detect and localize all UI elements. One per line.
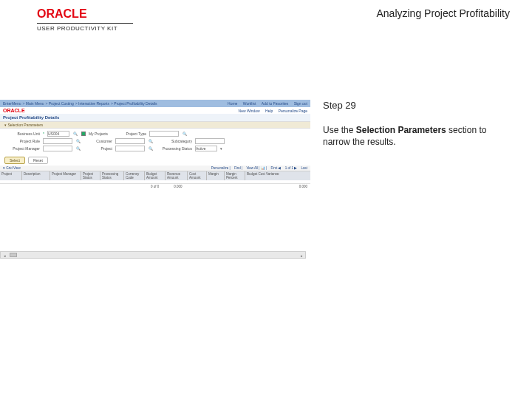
grid-toolbar: ▾ Grid View Personalize | Find | View Al… [0,166,310,171]
label-project-role: Project Role [4,139,40,143]
breadcrumb-item[interactable]: Main Menu [26,101,44,106]
link-help[interactable]: Help [265,109,273,113]
breadcrumb-item[interactable]: Interactive Reports [78,101,109,106]
grid-view-toggle[interactable]: ▾ Grid View [3,166,25,170]
breadcrumb-left: EnterMenu> Main Menu> Project Costing> I… [3,101,158,106]
chevron-down-icon[interactable]: ▾ [220,146,222,151]
lookup-icon[interactable]: 🔍 [75,138,81,144]
label-processing-status: Processing Status [157,146,192,151]
project-manager-input[interactable] [43,146,72,151]
lookup-icon[interactable]: 🔍 [148,138,154,144]
link-find[interactable]: Find [234,166,241,170]
col-description[interactable]: Description [22,171,50,180]
project-role-input[interactable] [43,138,72,144]
business-unit-input[interactable]: US004 [47,131,69,137]
lookup-icon[interactable]: 🔍 [148,146,154,151]
instruction-panel: Step 29 Use the Selection Parameters sec… [323,100,508,148]
param-row: Business Unit*US004🔍 My Projects Project… [4,131,306,137]
reset-button[interactable]: Reset [28,157,48,164]
grid-header: Project Description Project Manager Proj… [0,171,310,180]
my-projects-checkbox[interactable] [81,132,86,136]
col-project[interactable]: Project [0,171,22,180]
page-header: ORACLE USER PRODUCTIVITY KIT Analyzing P… [37,7,510,32]
link-signout[interactable]: Sign out [294,101,307,106]
nav-last[interactable]: Last [301,166,307,170]
link-worklist[interactable]: Worklist [243,101,256,106]
col-project-status[interactable]: Project Status [81,171,100,180]
project-type-input[interactable] [149,131,179,137]
app-screenshot: EnterMenu> Main Menu> Project Costing> I… [0,100,310,259]
selection-parameters-label: Selection Parameters [7,123,43,127]
scroll-thumb[interactable] [10,253,17,257]
lookup-icon[interactable]: 🔍 [72,131,78,137]
col-margin[interactable]: Margin [207,171,225,180]
customer-input[interactable] [115,138,145,144]
oracle-bar: ORACLE New Window Help Personalize Page [0,107,310,114]
selection-parameters-header[interactable]: ▾ Selection Parameters [0,121,310,129]
breadcrumb-item[interactable]: Project Costing [49,101,74,106]
breadcrumb-item[interactable]: EnterMenu [3,101,21,106]
col-revenue[interactable]: Revenue Amount [166,171,188,180]
page-title: Analyzing Project Profitability [376,7,510,32]
horizontal-scrollbar[interactable]: ◂ ▸ [0,251,306,259]
col-processing-status[interactable]: Processing Status [100,171,124,180]
step-label: Step 29 [323,100,508,111]
breadcrumb-item[interactable]: Project Profitability Details [114,101,157,106]
footer-right: 0.000 [299,185,307,188]
link-new-window[interactable]: New Window [239,109,260,113]
grid-footer: 0 of 0 0.000 0.000 [0,183,310,189]
logo-rule [37,23,133,24]
label-project-manager: Project Manager [4,146,40,151]
lookup-icon[interactable]: 🔍 [182,131,188,137]
link-favorites[interactable]: Add to Favorites [262,101,288,106]
lookup-icon[interactable]: 🔍 [75,146,81,151]
label-project-type: Project Type [111,132,146,136]
link-personalize[interactable]: Personalize Page [279,109,307,113]
project-input[interactable] [115,146,145,151]
oracle-brand: ORACLE [3,108,25,113]
step-text: Use the Selection Parameters section to … [323,124,508,148]
col-margin-pct[interactable]: Margin Percent [225,171,245,180]
logo-block: ORACLE USER PRODUCTIVITY KIT [37,7,133,32]
select-button[interactable]: Select [4,157,25,164]
col-budget[interactable]: Budget Amount [145,171,166,180]
oracle-logo: ORACLE [37,7,87,21]
label-project: Project [84,146,112,151]
nav-first[interactable]: First [270,166,277,170]
link-personalize[interactable]: Personalize [211,166,229,170]
breadcrumb-right: Home Worklist Add to Favorites Sign out [223,101,307,106]
subcategory-input[interactable] [195,138,225,144]
kit-subtitle: USER PRODUCTIVITY KIT [37,25,117,32]
col-cost[interactable]: Cost Amount [188,171,207,180]
link-home[interactable]: Home [228,101,237,106]
nav-counter: 1 of 1 [285,166,293,170]
label-subcategory: Subcategory [157,139,192,143]
step-text-bold: Selection Parameters [356,125,446,135]
footer-total: 0 of 0 [151,185,159,188]
processing-status-select[interactable]: Active [195,146,217,151]
grid-toolbar-right: Personalize | Find | View All | 📊 | Firs… [208,166,307,170]
footer-sum: 0.000 [174,185,182,188]
grid-view-label: Grid View [6,166,20,170]
scroll-right-icon[interactable]: ▸ [298,252,305,259]
label-business-unit: Business Unit [4,132,40,136]
required-icon: * [43,132,44,136]
label-my-projects: My Projects [89,132,108,136]
panel-title: Project Profitability Details [0,114,310,121]
param-row: Project Role🔍 Customer🔍 Subcategory [4,138,306,144]
col-currency[interactable]: Currency Code [124,171,145,180]
selection-parameters: Business Unit*US004🔍 My Projects Project… [0,129,310,155]
param-row: Project Manager🔍 Project🔍 Processing Sta… [4,146,306,151]
link-view-all[interactable]: View All [246,166,258,170]
breadcrumb: EnterMenu> Main Menu> Project Costing> I… [0,100,310,107]
col-project-manager[interactable]: Project Manager [50,171,81,180]
button-bar: Select Reset [0,155,310,166]
scroll-left-icon[interactable]: ◂ [1,252,8,259]
step-text-prefix: Use the [323,125,356,135]
label-customer: Customer [84,139,112,143]
col-variance[interactable]: Budget Cost Variance [245,171,310,180]
obar-links: New Window Help Personalize Page [234,109,307,113]
